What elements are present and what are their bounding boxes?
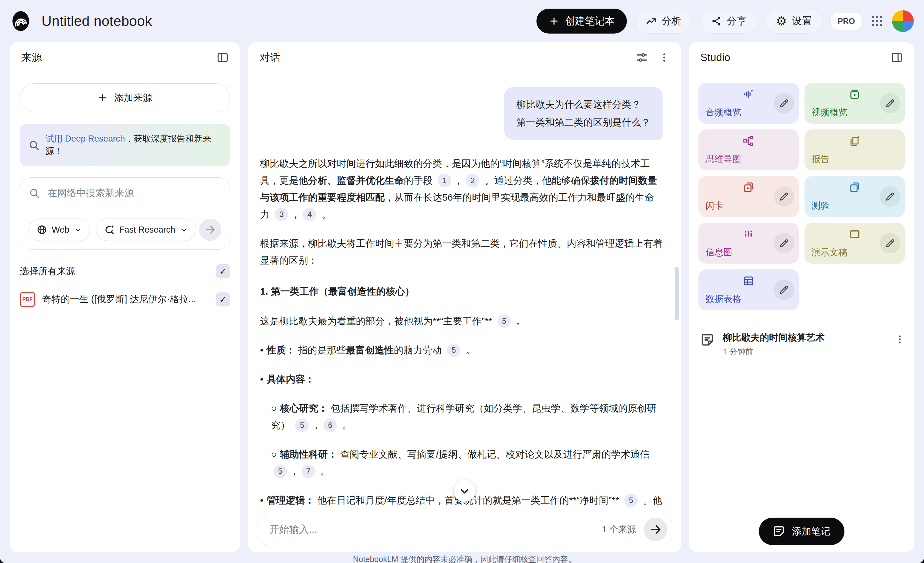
studio-card[interactable]: 闪卡	[698, 176, 799, 217]
notebooklm-logo-icon[interactable]	[10, 11, 31, 32]
studio-card[interactable]: 演示文稿	[804, 223, 905, 264]
edit-pencil-button[interactable]	[880, 93, 900, 113]
settings-button[interactable]: ⚙ 设置	[765, 9, 822, 33]
assistant-paragraph: •性质： 指的是那些最富创造性的脑力劳动 5 。	[260, 342, 663, 359]
citation-chip[interactable]: 5	[273, 465, 287, 478]
citation-chip[interactable]: 7	[302, 465, 315, 478]
tune-icon[interactable]	[636, 51, 648, 64]
edit-pencil-button[interactable]	[774, 279, 794, 300]
studio-card-label: 信息图	[705, 246, 732, 258]
notebook-title[interactable]: Untitled notebook	[42, 13, 152, 29]
search-input[interactable]	[47, 187, 221, 199]
kebab-menu-icon[interactable]	[659, 52, 670, 63]
arrow-right-icon	[649, 523, 662, 536]
studio-card[interactable]: 报告	[804, 129, 905, 170]
sources-panel-title: 来源	[21, 51, 42, 65]
send-button[interactable]	[644, 518, 668, 541]
note-list-item[interactable]: 柳比歇夫的时间核算艺术 1 分钟前	[689, 322, 914, 357]
studio-card-label: 音频概览	[705, 107, 741, 119]
note-title: 柳比歇夫的时间核算艺术	[723, 332, 886, 344]
edit-pencil-button[interactable]	[774, 233, 794, 254]
source-checkbox[interactable]: ✓	[216, 292, 230, 306]
add-note-label: 添加笔记	[792, 525, 830, 538]
search-icon	[28, 187, 40, 199]
collapse-panel-icon[interactable]	[891, 51, 903, 64]
settings-label: 设置	[792, 14, 812, 28]
svg-text:?: ?	[853, 186, 855, 191]
list-marker: ○	[271, 403, 277, 413]
studio-panel: Studio 音频概览视频概览思维导图报告闪卡?测验信息图演示文稿数据表格 柳比…	[689, 42, 914, 552]
citation-chip[interactable]: 6	[323, 419, 337, 432]
citation-chip[interactable]: 3	[275, 208, 288, 221]
studio-card[interactable]: 数据表格	[698, 269, 799, 310]
chat-input[interactable]	[269, 523, 602, 536]
check-icon: ✓	[219, 266, 226, 277]
chevron-down-icon	[180, 225, 188, 234]
studio-card-label: 演示文稿	[812, 246, 848, 258]
notebooklm-app: Untitled notebook 创建笔记本 分析 分享	[0, 0, 924, 563]
avatar[interactable]	[892, 10, 914, 32]
edit-pencil-button[interactable]	[880, 233, 900, 254]
mind-map-icon	[705, 135, 792, 147]
assistant-paragraph: 根据来源，柳比歇夫将工作时间主要分为第一类和第二类，它们在性质、内容和管理逻辑上…	[260, 235, 663, 269]
mode-chip-label: Fast Research	[119, 225, 176, 235]
user-message-bubble: 柳比歇夫为什么要这样分类？第一类和第二类的区别是什么？	[504, 87, 663, 140]
chevron-down-icon	[74, 225, 82, 234]
citation-chip[interactable]: 5	[295, 419, 309, 432]
promo-text: 试用 Deep Research，获取深度报告和新来源！	[45, 133, 222, 158]
citation-chip[interactable]: 5	[447, 344, 460, 357]
citation-chip[interactable]: 2	[466, 174, 479, 187]
chat-input-bar: 1 个来源	[257, 514, 672, 545]
citation-chip[interactable]: 1	[438, 174, 451, 187]
add-note-button[interactable]: 添加笔记	[759, 518, 844, 545]
studio-card-label: 闪卡	[705, 200, 723, 212]
list-marker: ○	[271, 449, 277, 459]
research-mode-chip[interactable]: Fast Research	[96, 219, 196, 241]
gear-icon: ⚙	[776, 15, 787, 27]
search-options-row: Web Fast Research	[28, 219, 221, 241]
apps-grid-icon[interactable]	[870, 14, 884, 28]
topbar-actions: 创建笔记本 分析 分享 ⚙ 设置 PRO	[537, 9, 914, 33]
citation-chip[interactable]: 5	[624, 494, 638, 507]
studio-card[interactable]: 视频概览	[804, 83, 905, 124]
studio-card-label: 测验	[812, 200, 830, 212]
share-button[interactable]: 分享	[700, 9, 757, 33]
disclaimer-text: NotebookLM 提供的内容未必准确，因此请仔细核查回答内容。	[248, 554, 681, 563]
chat-scrollbar[interactable]	[675, 267, 679, 320]
add-source-button[interactable]: 添加来源	[20, 83, 230, 112]
assistant-paragraph: 柳比歇夫之所以对时间进行如此细致的分类，是因为他的“时间核算”系统不仅是单纯的技…	[260, 155, 663, 223]
studio-card[interactable]: 音频概览	[698, 83, 799, 124]
report-icon	[812, 135, 898, 147]
studio-card[interactable]: 信息图	[698, 223, 799, 264]
select-all-checkbox[interactable]: ✓	[216, 264, 230, 278]
magnifier-icon	[28, 139, 40, 151]
studio-card[interactable]: ?测验	[804, 176, 905, 217]
check-icon: ✓	[219, 294, 226, 305]
pdf-icon: PDF	[20, 292, 35, 307]
edit-pencil-button[interactable]	[774, 93, 794, 113]
web-source-chip[interactable]: Web	[28, 219, 90, 241]
select-all-label: 选择所有来源	[20, 265, 75, 278]
search-row	[28, 187, 221, 199]
chat-message-list[interactable]: 柳比歇夫为什么要这样分类？第一类和第二类的区别是什么？柳比歇夫之所以对时间进行如…	[248, 73, 681, 510]
note-timestamp: 1 分钟前	[723, 346, 886, 357]
search-submit-button[interactable]	[199, 219, 221, 241]
deep-research-link[interactable]: 试用 Deep Research	[45, 134, 125, 143]
scroll-to-bottom-button[interactable]	[454, 480, 476, 501]
kebab-menu-icon[interactable]	[895, 334, 905, 344]
globe-icon	[36, 224, 47, 235]
analytics-button[interactable]: 分析	[635, 9, 692, 33]
source-list-item[interactable]: PDF 奇特的一生 ([俄罗斯] 达尼伊尔·格拉... ✓	[20, 292, 230, 307]
studio-card-label: 视频概览	[812, 107, 848, 119]
create-notebook-label: 创建笔记本	[565, 14, 615, 28]
studio-card[interactable]: 思维导图	[698, 129, 799, 170]
edit-pencil-button[interactable]	[774, 186, 794, 207]
create-notebook-button[interactable]: 创建笔记本	[537, 9, 627, 33]
citation-chip[interactable]: 4	[303, 208, 316, 221]
list-marker: •	[260, 345, 264, 355]
analytics-label: 分析	[662, 14, 681, 28]
collapse-panel-icon[interactable]	[217, 51, 229, 64]
citation-chip[interactable]: 5	[498, 314, 511, 328]
edit-pencil-button[interactable]	[880, 186, 900, 207]
chat-panel: 对话 柳比歇夫为什么要这样分类？第一类和第二类的区别是什么？柳比歇夫之所以对时间…	[248, 42, 681, 552]
